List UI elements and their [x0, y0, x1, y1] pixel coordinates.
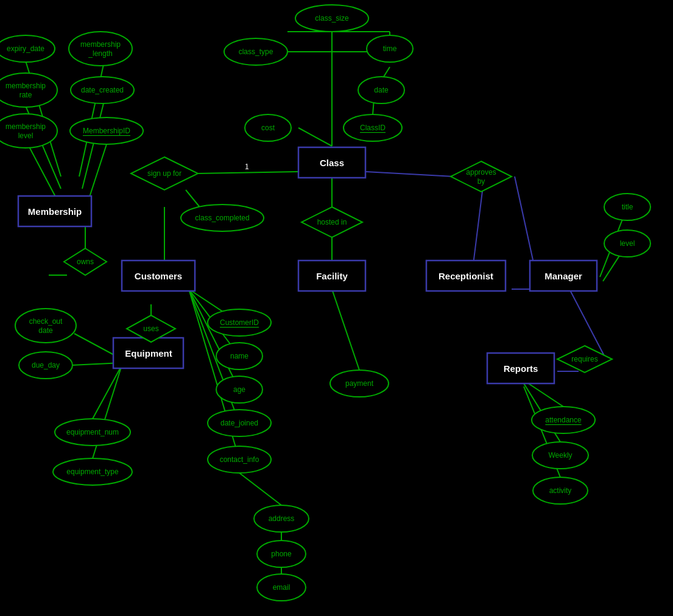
ellipse-date-created-label: date_created — [81, 86, 124, 94]
ellipse-class-completed-label: class_completed — [195, 214, 249, 222]
ellipse-title-label: title — [622, 203, 633, 211]
svg-line-21 — [365, 172, 454, 177]
ellipse-cost-label: cost — [261, 124, 275, 132]
ellipse-check-out-date-label2: date — [38, 326, 53, 335]
diamond-approves-by-label2: by — [477, 177, 485, 186]
ellipse-membership-rate-label2: rate — [19, 91, 32, 99]
diamond-uses-label: uses — [143, 324, 158, 333]
entity-reports-label: Reports — [504, 363, 538, 374]
svg-line-17 — [198, 172, 298, 173]
ellipse-equipment-type-label: equipment_type — [66, 467, 119, 476]
ellipse-membership-rate — [0, 73, 57, 107]
svg-line-23 — [515, 177, 536, 274]
diamond-owns-label: owns — [77, 257, 94, 266]
multiplicity-1: 1 — [245, 163, 249, 171]
ellipse-level-label: level — [620, 239, 635, 248]
ellipse-due-day-label: due_day — [32, 361, 60, 369]
ellipse-date-joined-label: date_joined — [220, 419, 258, 427]
ellipse-membership-level-label: membership — [5, 122, 46, 131]
svg-line-6 — [298, 128, 332, 146]
ellipse-equipment-num-label: equipment_num — [66, 428, 119, 436]
ellipse-time-label: time — [383, 44, 397, 53]
ellipse-date-label: date — [374, 86, 389, 94]
entity-equipment-label: Equipment — [125, 348, 172, 359]
ellipse-check-out-date-label: check_out — [29, 317, 63, 326]
svg-line-32 — [239, 473, 281, 505]
ellipse-membership-length-label: membership — [80, 40, 121, 49]
ellipse-class-size-label: class_size — [315, 14, 349, 23]
ellipse-payment-label: payment — [345, 379, 374, 388]
svg-line-42 — [332, 289, 359, 370]
er-diagram: Membership Class Customers Facility Rece… — [0, 0, 673, 616]
entity-receptionist-label: Receptionist — [439, 271, 493, 281]
ellipse-customer-id-label: CustomerID — [220, 318, 259, 327]
ellipse-phone-label: phone — [271, 550, 292, 558]
entity-facility-label: Facility — [316, 271, 348, 281]
diamond-approves-by-label: approves — [466, 168, 496, 177]
ellipse-email-label: email — [273, 583, 291, 592]
ellipse-class-id-label: ClassID — [360, 124, 386, 132]
ellipse-membership-id-label: MembershipID — [83, 127, 130, 135]
entity-membership-label: Membership — [28, 206, 82, 217]
diamond-requires-label: requires — [571, 355, 597, 363]
diamond-approves-by — [451, 161, 512, 192]
ellipse-membership-length-label2: _length — [88, 49, 112, 58]
entity-class-label: Class — [320, 158, 344, 168]
ellipse-contact-info-label: contact_info — [220, 455, 259, 464]
ellipse-age-label: age — [233, 385, 245, 394]
ellipse-name-label: name — [230, 352, 248, 360]
ellipse-weekly-label: Weekly — [548, 451, 572, 460]
ellipse-membership-length — [69, 32, 132, 66]
ellipse-membership-level — [0, 114, 57, 148]
ellipse-membership-level-label2: level — [18, 131, 33, 140]
ellipse-check-out-date — [15, 309, 76, 343]
ellipse-expiry-date-label: expiry_date — [7, 44, 44, 53]
ellipse-membership-rate-label: membership — [5, 82, 46, 90]
ellipse-class-type-label: class_type — [239, 47, 273, 56]
entity-customers-label: Customers — [135, 271, 182, 281]
ellipse-attendance-label: attendance — [545, 416, 582, 424]
entity-manager-label: Manager — [544, 271, 582, 281]
diamond-sign-up-for-label: sign up for — [147, 169, 181, 178]
ellipse-activity-label: activity — [549, 486, 572, 495]
ellipse-address-label: address — [269, 514, 295, 523]
diamond-hosted-in-label: hosted in — [317, 218, 347, 226]
